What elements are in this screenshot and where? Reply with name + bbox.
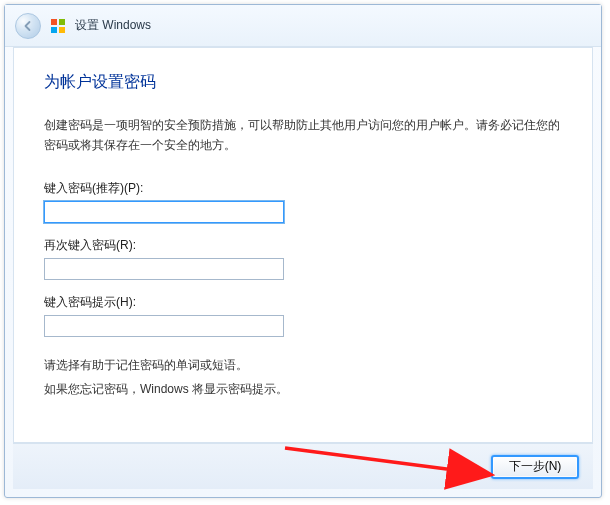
page-heading: 为帐户设置密码 xyxy=(44,72,562,93)
setup-window: 设置 Windows 为帐户设置密码 创建密码是一项明智的安全预防措施，可以帮助… xyxy=(4,4,602,498)
page-description: 创建密码是一项明智的安全预防措施，可以帮助防止其他用户访问您的用户帐户。请务必记… xyxy=(44,115,562,156)
svg-rect-1 xyxy=(59,19,65,25)
confirm-password-label: 再次键入密码(R): xyxy=(44,237,562,254)
next-button[interactable]: 下一步(N) xyxy=(491,455,579,479)
titlebar-title: 设置 Windows xyxy=(75,17,151,34)
password-label: 键入密码(推荐)(P): xyxy=(44,180,562,197)
hint-help-line1: 请选择有助于记住密码的单词或短语。 xyxy=(44,355,562,375)
windows-flag-icon xyxy=(49,17,67,35)
password-input[interactable] xyxy=(44,201,284,223)
content-area: 为帐户设置密码 创建密码是一项明智的安全预防措施，可以帮助防止其他用户访问您的用… xyxy=(13,47,593,443)
svg-rect-3 xyxy=(59,27,65,33)
password-hint-label: 键入密码提示(H): xyxy=(44,294,562,311)
password-hint-input[interactable] xyxy=(44,315,284,337)
footer-bar: 下一步(N) xyxy=(13,443,593,489)
hint-help-line2: 如果您忘记密码，Windows 将显示密码提示。 xyxy=(44,379,562,399)
back-button[interactable] xyxy=(15,13,41,39)
svg-rect-0 xyxy=(51,19,57,25)
svg-rect-2 xyxy=(51,27,57,33)
titlebar: 设置 Windows xyxy=(5,5,601,47)
confirm-password-input[interactable] xyxy=(44,258,284,280)
back-arrow-icon xyxy=(22,20,34,32)
